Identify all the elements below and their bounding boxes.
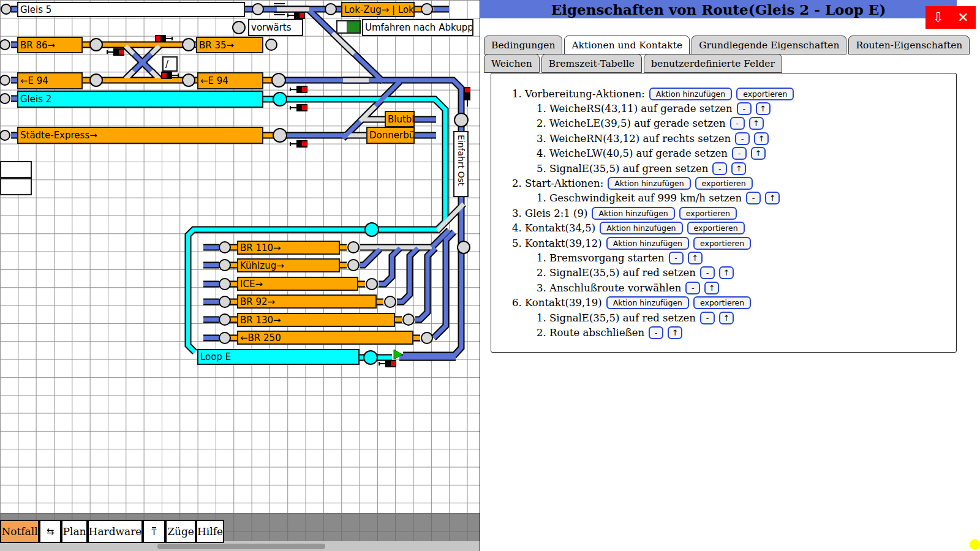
tab-weichen[interactable]: Weichen <box>484 54 540 73</box>
move-up-button[interactable]: ↑ <box>704 282 719 294</box>
action-item-row: 3. WeicheRN(43,12) auf rechts setzen-↑ <box>537 131 956 146</box>
track-plan-panel[interactable]: Gleis 5Lok-Zug→ | Lok-ZugvorwärtsUmfahre… <box>0 0 480 551</box>
block-br-35[interactable]: BR 35→ <box>196 37 263 53</box>
block-br-86[interactable]: BR 86→ <box>17 37 83 53</box>
section-title: 3. Gleis 2:1 (9) <box>512 208 587 219</box>
block-e94-east[interactable]: ←E 94 <box>197 72 263 89</box>
action-section-row: 1. Vorbereitung-Aktionen:Aktion hinzufüg… <box>512 86 956 101</box>
move-up-button[interactable]: ↑ <box>751 147 766 160</box>
dialog-titlebar[interactable]: Eigenschaften von Route(Gleis 2 - Loop E… <box>480 0 957 18</box>
export-button[interactable]: exportieren <box>736 88 794 100</box>
block-staedte-express[interactable]: Städte-Express→ <box>17 127 263 144</box>
tab-bremszeit-tabelle[interactable]: Bremszeit-Tabelle <box>541 54 642 73</box>
remove-action-button[interactable]: - <box>732 147 747 160</box>
track-connector-dot <box>348 242 359 253</box>
remove-action-button[interactable]: - <box>735 132 750 145</box>
move-up-button[interactable]: ↑ <box>719 266 734 279</box>
section-title: 1. Vorbereitung-Aktionen: <box>512 88 645 100</box>
export-button[interactable]: exportieren <box>693 296 751 309</box>
schedule-icon-button[interactable]: T <box>143 520 165 543</box>
notfall-button[interactable]: Notfall <box>0 520 39 543</box>
remove-action-button[interactable]: - <box>649 326 663 339</box>
block-ice[interactable]: ICE→ <box>237 277 358 291</box>
remove-action-button[interactable]: - <box>746 192 761 204</box>
minimize-arrow-icon[interactable]: ⇩ <box>925 6 951 29</box>
route-properties-dialog: Eigenschaften von Route(Gleis 2 - Loop E… <box>480 0 980 551</box>
block-gleis-5[interactable]: Gleis 5 <box>17 2 245 17</box>
move-up-button[interactable]: ↑ <box>668 326 682 339</box>
export-button[interactable]: exportieren <box>695 177 753 190</box>
tab-routen-eigenschaften[interactable]: Routen-Eigenschaften <box>848 36 970 54</box>
action-item-label: 4. WeicheLW(40,5) auf gerade setzen <box>537 148 728 159</box>
add-action-button[interactable]: Aktion hinzufügen <box>600 222 682 234</box>
track-connector-dot <box>219 314 230 325</box>
hardware-button[interactable]: Hardware <box>88 520 143 543</box>
block-loop-e[interactable]: Loop E <box>197 349 360 365</box>
field-umfahren[interactable]: Umfahren nach Abkuppeln <box>362 19 473 36</box>
block-e94-west[interactable]: ←E 94 <box>17 72 83 89</box>
block-br-130[interactable]: BR 130→ <box>237 313 395 327</box>
action-item-label: 1. Bremsvorgang starten <box>537 252 665 264</box>
move-up-button[interactable]: ↑ <box>754 132 769 145</box>
empty-box-1[interactable] <box>0 161 32 178</box>
scrollbar-thumb[interactable] <box>157 544 325 549</box>
remove-action-button[interactable]: - <box>730 117 745 130</box>
label-einfahrt-ost[interactable]: Einfahrt Ost <box>453 131 469 197</box>
add-action-button[interactable]: Aktion hinzufügen <box>606 296 689 309</box>
remove-action-button[interactable]: - <box>700 312 715 324</box>
block-br-92[interactable]: BR 92→ <box>237 294 377 309</box>
action-item-label: 2. Route abschließen <box>537 327 644 339</box>
move-up-button[interactable]: ↑ <box>765 192 780 204</box>
remove-action-button[interactable]: - <box>712 162 727 175</box>
remove-action-button[interactable]: - <box>669 252 684 264</box>
export-button[interactable]: exportieren <box>693 237 751 250</box>
block-br-110[interactable]: BR 110→ <box>237 241 340 255</box>
empty-box-2[interactable] <box>0 178 32 195</box>
sensor-slash[interactable]: / <box>162 56 178 72</box>
umfahren-checkbox-off[interactable] <box>336 20 348 34</box>
hilfe-button[interactable]: Hilfe <box>196 520 224 543</box>
export-button[interactable]: exportieren <box>687 222 745 234</box>
move-up-button[interactable]: ↑ <box>731 162 746 175</box>
add-action-button[interactable]: Aktion hinzufügen <box>606 237 689 250</box>
block-blutblase[interactable]: Blutblase <box>385 111 415 127</box>
export-button[interactable]: exportieren <box>679 207 737 220</box>
track-connector-dot <box>0 94 10 103</box>
move-up-button[interactable]: ↑ <box>756 102 771 115</box>
remove-action-button[interactable]: - <box>685 282 700 294</box>
remove-action-button[interactable]: - <box>700 266 715 279</box>
action-item-row: 5. SignalE(35,5) auf green setzen-↑ <box>537 161 956 176</box>
track-connector-dot <box>272 73 285 87</box>
zuege-button[interactable]: Züge <box>165 520 196 543</box>
block-br-250[interactable]: ←BR 250 <box>237 331 413 345</box>
block-kuehlzug[interactable]: Kühlzug→ <box>237 258 340 272</box>
schedule-icon: T <box>152 527 157 536</box>
plan-button[interactable]: Plan <box>61 520 88 543</box>
close-icon[interactable]: ✕ <box>951 6 976 29</box>
swap-direction-icon-button[interactable]: ⇆ <box>39 520 61 543</box>
field-vorwaerts[interactable]: vorwärts <box>248 19 303 36</box>
action-item-label: 1. Geschwindigkeit auf 999 km/h setzen <box>537 192 742 204</box>
tab-grundlegende-eigenschaften[interactable]: Grundlegende Eigenschaften <box>692 36 846 54</box>
action-item-label: 1. SignalE(35,5) auf red setzen <box>537 312 696 324</box>
tab-row-2: WeichenBremszeit-Tabellebenutzerdefinier… <box>484 54 782 73</box>
track-connector-dot <box>0 75 10 85</box>
umfahren-checkbox-on[interactable] <box>347 20 361 34</box>
remove-action-button[interactable]: - <box>737 102 752 115</box>
move-up-button[interactable]: ↑ <box>688 252 703 264</box>
action-item-label: 1. WeicheRS(43,11) auf gerade setzen <box>537 103 733 114</box>
track-connector-dot <box>348 260 359 271</box>
block-donnerbuechse[interactable]: Donnerbüchse <box>366 127 415 144</box>
tab-aktionen-und-kontakte[interactable]: Aktionen und Kontakte <box>564 36 690 54</box>
block-gleis-2[interactable]: Gleis 2 <box>17 91 263 108</box>
add-action-button[interactable]: Aktion hinzufügen <box>592 207 674 220</box>
move-up-button[interactable]: ↑ <box>749 117 764 130</box>
block-lok-zug[interactable]: Lok-Zug→ | Lok-Zug <box>341 2 415 17</box>
add-action-button[interactable]: Aktion hinzufügen <box>608 177 690 190</box>
actions-and-contacts-panel: 1. Vorbereitung-Aktionen:Aktion hinzufüg… <box>491 73 957 353</box>
tab-bedingungen[interactable]: Bedingungen <box>484 36 562 54</box>
add-action-button[interactable]: Aktion hinzufügen <box>649 88 732 100</box>
tab-benutzerdefinierte-felder[interactable]: benutzerdefinierte Felder <box>644 54 782 73</box>
move-up-button[interactable]: ↑ <box>719 312 734 324</box>
action-section-row: 2. Start-Aktionen:Aktion hinzufügenexpor… <box>512 176 956 190</box>
